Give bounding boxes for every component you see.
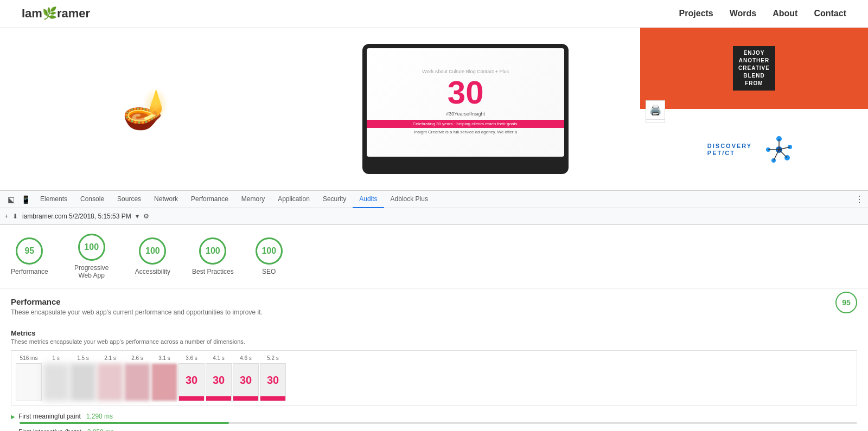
metric-first-paint: ▶ First meaningful paint 1,290 ms bbox=[11, 413, 857, 424]
devtools-url: iambramer.com 5/2/2018, 5:15:53 PM bbox=[22, 213, 131, 220]
tl-label-0: 516 ms bbox=[16, 355, 42, 361]
right-bottom: DISCOVERY PET/CT bbox=[640, 109, 868, 190]
metric-value-1: 2,850 ms bbox=[87, 428, 114, 431]
score-label-seo: SEO bbox=[262, 268, 276, 275]
score-circle-best-practices: 100 bbox=[199, 237, 226, 265]
frame-7: 30 bbox=[206, 363, 232, 401]
devtools-tabs: ⬕ 📱 Elements Console Sources Network Per… bbox=[0, 191, 868, 208]
devtools-url-bar: + ⬇ iambramer.com 5/2/2018, 5:15:53 PM ▾… bbox=[0, 208, 868, 224]
print-icon: 🖨️ bbox=[646, 100, 665, 120]
tl-label-8: 4.6 s bbox=[233, 355, 259, 361]
nav-about[interactable]: About bbox=[773, 9, 797, 18]
tab-performance[interactable]: Performance bbox=[184, 191, 235, 208]
score-pwa: 100 Progressive Web App bbox=[70, 234, 113, 279]
performance-desc: These encapsulate your web app's current… bbox=[11, 308, 263, 316]
screen-tagline: Insight Creative is a full service ad ag… bbox=[411, 128, 520, 136]
tab-audits[interactable]: Audits bbox=[353, 191, 384, 208]
frame-5 bbox=[151, 363, 177, 401]
score-circle-accessibility: 100 bbox=[139, 237, 166, 265]
score-label-best-practices: Best Practices bbox=[192, 268, 234, 275]
tab-adblock[interactable]: Adblock Plus bbox=[384, 191, 435, 208]
tl-label-6: 3.6 s bbox=[178, 355, 205, 361]
frame-0 bbox=[16, 363, 42, 401]
metric-arrow-0: ▶ bbox=[11, 414, 15, 420]
timeline-frames: 30 30 30 30 bbox=[16, 363, 852, 401]
audit-content: Performance These encapsulate your web a… bbox=[0, 288, 868, 431]
screen-banner: Celebrating 30 years · helping clients r… bbox=[367, 120, 564, 128]
timeline-container: 516 ms 1 s 1.5 s 2.1 s 2.6 s 3.1 s 3.6 s… bbox=[11, 350, 857, 406]
tab-memory[interactable]: Memory bbox=[235, 191, 271, 208]
devtools-device-btn[interactable]: 📱 bbox=[18, 193, 34, 206]
tl-label-9: 5.2 s bbox=[260, 355, 286, 361]
metric-bar-bg-0 bbox=[20, 422, 857, 424]
score-circle-pwa: 100 bbox=[78, 234, 105, 261]
score-best-practices: 100 Best Practices bbox=[192, 237, 234, 275]
tl-label-7: 4.1 s bbox=[206, 355, 232, 361]
devtools-more-btn[interactable]: ⋮ bbox=[855, 194, 864, 204]
site-content: 🪔 Work About Culture Blog Contact + Plus… bbox=[0, 28, 868, 190]
right-top-text: ENJOY ANOTHER CREATIVE BLEND FROM bbox=[733, 46, 775, 91]
laptop-screen: Work About Culture Blog Contact + Plus 3… bbox=[367, 48, 564, 157]
devtools-cursor-btn[interactable]: ⬕ bbox=[4, 193, 18, 206]
timeline-labels: 516 ms 1 s 1.5 s 2.1 s 2.6 s 3.1 s 3.6 s… bbox=[16, 355, 852, 361]
score-circle-seo: 100 bbox=[256, 237, 283, 265]
logo-text-start: Iam bbox=[22, 7, 42, 21]
logo-icon: 🌿 bbox=[42, 7, 57, 21]
metrics-title: Metrics bbox=[11, 329, 857, 337]
frame-6: 30 bbox=[178, 363, 205, 401]
frame-3 bbox=[97, 363, 123, 401]
tl-label-3: 2.1 s bbox=[97, 355, 123, 361]
score-label-pwa: Progressive Web App bbox=[70, 264, 113, 279]
frame-4 bbox=[124, 363, 150, 401]
tab-sources[interactable]: Sources bbox=[111, 191, 148, 208]
tl-label-4: 2.6 s bbox=[124, 355, 150, 361]
logo-text-end: ramer bbox=[57, 7, 90, 21]
devtools-settings-icon[interactable]: ⚙ bbox=[143, 213, 149, 220]
metric-first-interactive: ▶ First Interactive (beta) 2,850 ms bbox=[11, 428, 857, 431]
frame-9: 30 bbox=[260, 363, 286, 401]
tl-label-1: 1 s bbox=[43, 355, 69, 361]
site-logo: Iam 🌿 ramer bbox=[22, 7, 90, 21]
screen-nav: Work About Culture Blog Contact + Plus bbox=[422, 69, 509, 74]
discovery-text: DISCOVERY PET/CT bbox=[707, 143, 752, 157]
metric-arrow-1: ▶ bbox=[11, 429, 15, 432]
devtools-dropdown-icon[interactable]: ▾ bbox=[136, 213, 139, 220]
nav-words[interactable]: Words bbox=[730, 9, 756, 18]
tab-security[interactable]: Security bbox=[316, 191, 353, 208]
tab-network[interactable]: Network bbox=[148, 191, 184, 208]
score-accessibility: 100 Accessibility bbox=[135, 237, 170, 275]
metric-name-0: First meaningful paint bbox=[18, 413, 81, 420]
site-center-panel: Work About Culture Blog Contact + Plus 3… bbox=[291, 28, 640, 190]
audit-scores: 95 Performance 100 Progressive Web App 1… bbox=[0, 225, 868, 288]
score-seo: 100 SEO bbox=[256, 237, 283, 275]
site-left-panel: 🪔 bbox=[0, 28, 291, 190]
laptop-mockup: Work About Culture Blog Contact + Plus 3… bbox=[362, 44, 569, 174]
svg-line-8 bbox=[779, 150, 787, 158]
site-right-panel: ENJOY ANOTHER CREATIVE BLEND FROM 📷 DISC… bbox=[640, 28, 868, 190]
nav-contact[interactable]: Contact bbox=[814, 9, 846, 18]
screen-hashtag: #30YearsofInsight bbox=[446, 111, 485, 117]
tl-label-2: 1.5 s bbox=[70, 355, 96, 361]
site-header: Iam 🌿 ramer Projects Words About Contact bbox=[0, 0, 868, 28]
tab-console[interactable]: Console bbox=[74, 191, 111, 208]
nav-projects[interactable]: Projects bbox=[679, 9, 713, 18]
molecule-graphic bbox=[757, 128, 801, 171]
devtools-add-btn[interactable]: + bbox=[4, 213, 8, 220]
score-label-performance: Performance bbox=[11, 268, 48, 275]
devtools-download-btn[interactable]: ⬇ bbox=[12, 213, 18, 220]
metrics-desc: These metrics encapsulate your web app's… bbox=[11, 338, 857, 345]
screen-number: 30 bbox=[448, 76, 484, 109]
score-circle-performance: 95 bbox=[16, 237, 43, 265]
tl-label-5: 3.1 s bbox=[151, 355, 177, 361]
performance-score-badge: 95 bbox=[835, 292, 857, 313]
metric-name-1: First Interactive (beta) bbox=[18, 428, 82, 431]
tab-application[interactable]: Application bbox=[271, 191, 316, 208]
performance-title: Performance bbox=[11, 297, 263, 306]
frame-8: 30 bbox=[233, 363, 259, 401]
lamp-decoration: 🪔 bbox=[122, 87, 169, 131]
frame-1 bbox=[43, 363, 69, 401]
right-top: ENJOY ANOTHER CREATIVE BLEND FROM bbox=[640, 28, 868, 109]
metric-value-0: 1,290 ms bbox=[86, 413, 113, 420]
site-nav: Projects Words About Contact bbox=[679, 9, 846, 18]
tab-elements[interactable]: Elements bbox=[34, 191, 74, 208]
